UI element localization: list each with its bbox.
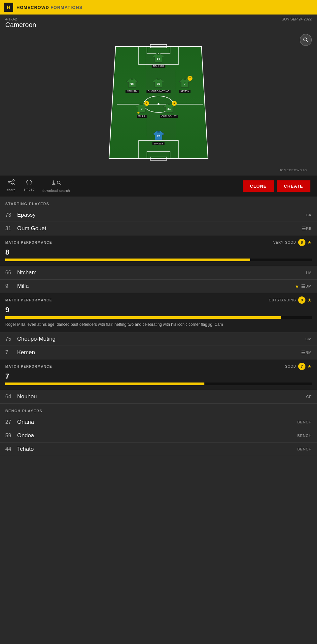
pitch-container: 64 NOUHOU 66 NTCHAM 75 CHOUPO-MOTING 7 7…	[0, 30, 317, 175]
player-number: 7	[5, 350, 17, 355]
search-overlay-button[interactable]	[300, 34, 312, 46]
performance-title: MATCH PERFORMANCE	[5, 241, 52, 244]
toolbar-left: share embed download search	[7, 179, 243, 193]
player-token-label: KEMEN	[179, 90, 191, 93]
player-token-label: MILLA	[137, 115, 147, 118]
app-title: HOMECROWD FORMATIONS	[17, 5, 83, 10]
share-icon	[8, 179, 15, 187]
meta-bar: 4-1-3-2 Cameroon SUN SEP 24 2022	[0, 15, 317, 30]
svg-point-38	[13, 180, 14, 181]
pitch-player-choupo: 75 CHOUPO-MOTING	[147, 77, 171, 93]
pitch-player-nouhou: 64 NOUHOU	[152, 52, 165, 68]
performance-star-icon: ★	[307, 297, 312, 303]
svg-text:31: 31	[167, 107, 171, 110]
team-name: Cameroon	[5, 21, 36, 29]
player-position: CM	[305, 337, 312, 341]
player-name: Ntcham	[17, 269, 306, 276]
player-position: RB	[306, 227, 312, 230]
performance-badge: 8	[298, 239, 305, 246]
performance-star-icon: ★	[307, 240, 312, 245]
pitch-player-epassy: 73 EPASSY	[152, 130, 164, 145]
player-row[interactable]: 73EpassyGK	[0, 208, 317, 222]
starting-players-title: STARTING PLAYERS	[0, 197, 317, 208]
player-position: LM	[306, 271, 312, 275]
player-row[interactable]: 66NtchamLM	[0, 266, 317, 280]
player-position: CF	[306, 395, 312, 399]
logo-icon: H	[4, 3, 13, 12]
player-name: Kemen	[17, 349, 299, 356]
performance-badge: 7	[298, 363, 305, 370]
player-number: 9	[5, 283, 17, 289]
toolbar: share embed download search	[0, 175, 317, 197]
player-name: Oum Gouet	[17, 225, 300, 232]
performance-score: 7	[5, 372, 312, 381]
player-position: DM	[305, 284, 312, 288]
pitch-player-milla: 9 9★MILLA	[136, 103, 147, 118]
bench-player-number: 27	[5, 419, 17, 425]
performance-bar-fill	[5, 259, 250, 261]
bench-player-row[interactable]: 27OnanaBENCH	[0, 415, 317, 429]
performance-bar-fill	[5, 316, 281, 319]
player-number: 75	[5, 336, 17, 342]
performance-star-icon: ★	[307, 364, 312, 369]
svg-text:9: 9	[141, 107, 142, 110]
bench-list: 27OnanaBENCH59OndoaBENCH44TchatoBENCH	[0, 415, 317, 456]
bench-player-name: Ondoa	[17, 432, 297, 439]
performance-block: MATCH PERFORMANCEOUTSTANDING9★9Roger Mil…	[0, 293, 317, 332]
svg-point-39	[13, 184, 14, 185]
performance-block: MATCH PERFORMANCEGOOD7★7	[0, 359, 317, 390]
pitch-wrapper: 64 NOUHOU 66 NTCHAM 75 CHOUPO-MOTING 7 7…	[106, 40, 211, 165]
download-search-button[interactable]: download search	[43, 179, 70, 193]
players-overlay: 64 NOUHOU 66 NTCHAM 75 CHOUPO-MOTING 7 7…	[106, 40, 211, 165]
download-search-icon	[51, 179, 61, 188]
player-row[interactable]: 7Kemen☰RM	[0, 346, 317, 359]
performance-score: 9	[5, 306, 312, 314]
player-row[interactable]: 75Choupo-MotingCM	[0, 332, 317, 346]
performance-bar	[5, 316, 312, 319]
bench-player-row[interactable]: 44TchatoBENCH	[0, 443, 317, 456]
svg-text:73: 73	[157, 135, 160, 138]
player-name: Choupo-Moting	[17, 336, 305, 342]
performance-score: 8	[5, 248, 312, 257]
svg-line-41	[10, 181, 13, 182]
player-row[interactable]: 9Milla★☰DM	[0, 280, 317, 293]
embed-button[interactable]: embed	[24, 179, 35, 193]
performance-quality: GOOD	[285, 365, 296, 368]
share-button[interactable]: share	[7, 179, 16, 193]
bench-player-position: BENCH	[297, 434, 312, 438]
player-number: 66	[5, 270, 17, 276]
performance-block: MATCH PERFORMANCEVERY GOOD8★8	[0, 235, 317, 266]
player-row[interactable]: 31Oum Gouet☰RB	[0, 222, 317, 235]
bench-player-row[interactable]: 59OndoaBENCH	[0, 429, 317, 443]
download-search-label: download search	[43, 189, 70, 193]
shirt-icon: 66	[126, 77, 138, 89]
shirt-icon: 73	[153, 130, 164, 141]
performance-bar	[5, 259, 312, 261]
toolbar-right: CLONE CREATE	[243, 180, 310, 192]
list-icon: ☰	[301, 350, 305, 355]
performance-description: Roger Milla, even at his age, danced pas…	[5, 322, 312, 327]
svg-point-40	[8, 182, 10, 183]
pitch-player-ntcham: 66 NTCHAM	[125, 77, 139, 93]
pitch-player-kemen: 7 7KEMEN	[179, 77, 191, 93]
player-name: Epassy	[17, 212, 306, 218]
shirt-icon: 64	[153, 52, 164, 64]
player-token-label: CHOUPO-MOTING	[147, 90, 171, 93]
performance-bar-fill	[5, 383, 204, 385]
player-token-label: NOUHOU	[152, 65, 165, 68]
performance-title: MATCH PERFORMANCE	[5, 365, 52, 368]
clone-button[interactable]: CLONE	[243, 180, 274, 192]
star-badge: ★	[137, 111, 140, 115]
bench-player-number: 59	[5, 433, 17, 439]
player-name: Milla	[17, 283, 292, 290]
player-row[interactable]: 64NouhouCF	[0, 390, 317, 404]
shirt-icon: 75	[153, 77, 164, 89]
formation-code: 4-1-3-2	[5, 17, 36, 21]
player-number: 73	[5, 212, 17, 218]
svg-text:66: 66	[130, 82, 134, 85]
player-number: 31	[5, 226, 17, 231]
create-button[interactable]: CREATE	[277, 180, 310, 192]
list-icon: ☰	[301, 284, 305, 289]
app-header: H HOMECROWD FORMATIONS	[0, 0, 317, 15]
bench-player-number: 44	[5, 446, 17, 452]
